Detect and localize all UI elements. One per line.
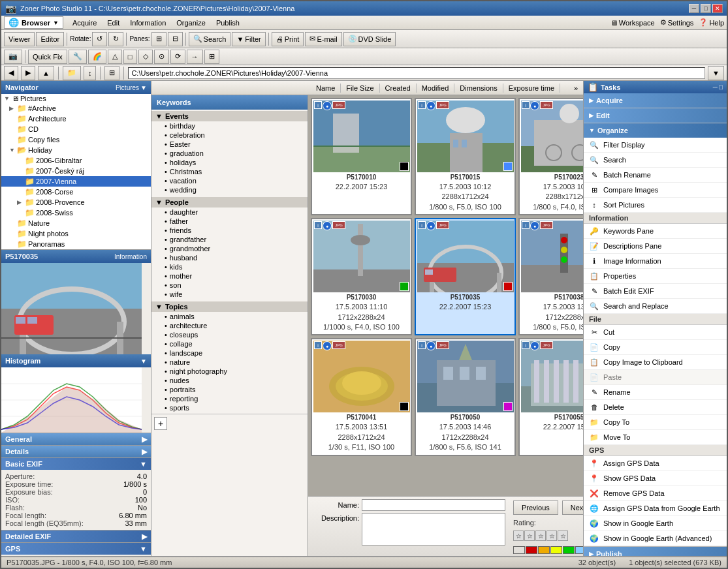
forward-button[interactable]: ▶ xyxy=(21,66,35,80)
task-show-gps[interactable]: 📍 Show GPS Data xyxy=(584,471,727,486)
task-image-information[interactable]: ℹ Image Information xyxy=(584,254,727,269)
menu-settings[interactable]: Settings xyxy=(668,19,694,27)
minimize-button[interactable]: ─ xyxy=(689,4,699,13)
grid-item-P5170015[interactable]: i ● JPG P5170015 17.5.2003 10:12 2 xyxy=(415,98,516,215)
workspace-section[interactable]: 🖥 Workspace xyxy=(610,19,655,27)
tb-extra5[interactable]: ◇ xyxy=(138,50,153,64)
filter-button[interactable]: ▼ Filter xyxy=(232,32,265,46)
kw-animals[interactable]: animals xyxy=(151,312,308,321)
help-section[interactable]: ❓ Help xyxy=(699,18,724,27)
maximize-button[interactable]: □ xyxy=(701,4,711,13)
kw-wife[interactable]: wife xyxy=(151,290,308,299)
label-orange[interactable] xyxy=(538,546,550,554)
task-search-replace[interactable]: 🔍 Search and Replace xyxy=(584,299,727,314)
tree-2008swiss[interactable]: 📁 2008-Swiss xyxy=(1,208,151,218)
label-lightblue[interactable] xyxy=(575,546,583,554)
col-filesize[interactable]: File Size xyxy=(341,84,379,93)
menu-organize[interactable]: Organize xyxy=(171,18,211,28)
quick-fix-button[interactable]: Quick Fix xyxy=(28,50,67,64)
kw-sports[interactable]: sports xyxy=(151,403,308,412)
up-button[interactable]: ▲ xyxy=(38,66,54,80)
tasks-acquire-header[interactable]: ▶ Acquire xyxy=(584,93,727,108)
kw-portraits[interactable]: portraits xyxy=(151,385,308,394)
kw-friends[interactable]: friends xyxy=(151,226,308,235)
path-input[interactable] xyxy=(128,67,705,79)
tree-2007raj[interactable]: 📁 2007-Český ráj xyxy=(1,166,151,176)
tb-extra6[interactable]: ⊙ xyxy=(154,50,169,64)
task-batch-edit-exif[interactable]: ✎ Batch Edit EXIF xyxy=(584,284,727,299)
grid-item-P5170055[interactable]: i ● JPG P5170055 22.2.2007 15:23 xyxy=(518,338,583,455)
tasks-edit-header[interactable]: ▶ Edit xyxy=(584,108,727,123)
task-descriptions-pane[interactable]: 📝 Descriptions Pane xyxy=(584,239,727,254)
kw-nature[interactable]: nature xyxy=(151,358,308,367)
star-1[interactable]: ☆ xyxy=(513,531,524,541)
star-4[interactable]: ☆ xyxy=(546,531,557,541)
label-red[interactable] xyxy=(526,546,537,554)
task-show-google-earth[interactable]: 🌍 Show in Google Earth xyxy=(584,516,727,531)
tree-panoramas[interactable]: 📁 Panoramas xyxy=(1,239,151,249)
task-copy-image-clipboard[interactable]: 📋 Copy Image to Clipboard xyxy=(584,355,727,370)
general-header[interactable]: General ▶ xyxy=(1,433,151,445)
tb-extra9[interactable]: ⊞ xyxy=(204,50,219,64)
grid-item-P5170038[interactable]: i ● JPG P5170038 17.5.2003 13:31 1 xyxy=(518,218,583,335)
people-header[interactable]: ▼ People xyxy=(151,197,308,208)
kw-add-button[interactable]: + xyxy=(154,417,167,430)
menu-acquire[interactable]: Acquire xyxy=(67,18,102,28)
col-exposure[interactable]: Exposure time xyxy=(503,84,560,93)
kw-father[interactable]: father xyxy=(151,217,308,226)
tree-nature[interactable]: 📁 Nature xyxy=(1,218,151,228)
description-textarea[interactable] xyxy=(362,513,505,546)
dvd-button[interactable]: 💿 DVD Slide xyxy=(343,32,396,46)
name-input[interactable] xyxy=(362,499,505,511)
kw-grandfather[interactable]: grandfather xyxy=(151,235,308,244)
task-rename[interactable]: ✎ Rename xyxy=(584,385,727,400)
rotate-right-button[interactable]: ↻ xyxy=(108,32,123,46)
kw-mother[interactable]: mother xyxy=(151,271,308,281)
tree-2008provence[interactable]: ▶ 📁 2008-Provence xyxy=(1,197,151,208)
kw-daughter[interactable]: daughter xyxy=(151,208,308,217)
kw-night-photography[interactable]: night photography xyxy=(151,367,308,376)
task-batch-rename[interactable]: ✎ Batch Rename xyxy=(584,168,727,183)
grid-item-P5170041[interactable]: i ● JPG P5170041 17.5.2003 13:51 2 xyxy=(311,338,412,455)
tree-holiday[interactable]: ▼ 📂 Holiday xyxy=(1,145,151,155)
editor-button[interactable]: Editor xyxy=(36,32,64,46)
task-search[interactable]: 🔍 Search xyxy=(584,153,727,168)
tree-2007vienna[interactable]: 📁 2007-Vienna xyxy=(1,176,151,187)
gps-header[interactable]: GPS ▼ xyxy=(1,543,151,555)
kw-birthday[interactable]: birthday xyxy=(151,121,308,131)
task-compare-images[interactable]: ⊞ Compare Images xyxy=(584,183,727,198)
grid-item-P5170010[interactable]: i ● JPG P5170010 22.2.2007 15:23 xyxy=(311,98,412,215)
folder-view-button[interactable]: 📁 xyxy=(63,66,81,80)
menu-edit[interactable]: Edit xyxy=(102,18,125,28)
kw-kids[interactable]: kids xyxy=(151,262,308,271)
tree-2006[interactable]: 📁 2006-Gibraltar xyxy=(1,155,151,166)
label-yellow[interactable] xyxy=(550,546,562,554)
rating-stars[interactable]: ☆ ☆ ☆ ☆ ☆ xyxy=(513,531,583,541)
kw-celebration[interactable]: celebration xyxy=(151,131,308,140)
path-dropdown-button[interactable]: ▼ xyxy=(708,66,724,80)
task-copy-to[interactable]: 📁 Copy To xyxy=(584,415,727,430)
kw-landscape[interactable]: landscape xyxy=(151,348,308,358)
view-grid-button[interactable]: ⊞ xyxy=(104,66,119,80)
menu-information[interactable]: Information xyxy=(125,18,171,28)
email-button[interactable]: ✉ E-mail xyxy=(305,32,341,46)
task-assign-gps[interactable]: 📍 Assign GPS Data xyxy=(584,456,727,471)
panes-btn1[interactable]: ⊞ xyxy=(151,32,166,46)
star-3[interactable]: ☆ xyxy=(535,531,546,541)
col-dimensions[interactable]: Dimensions xyxy=(454,84,503,93)
browser-dropdown-icon[interactable]: ▼ xyxy=(53,20,59,26)
task-remove-gps[interactable]: ❌ Remove GPS Data xyxy=(584,486,727,501)
tb-extra7[interactable]: ⟳ xyxy=(170,50,185,64)
task-delete[interactable]: 🗑 Delete xyxy=(584,400,727,415)
kw-reporting[interactable]: reporting xyxy=(151,394,308,403)
kw-holidays[interactable]: holidays xyxy=(151,158,308,167)
tasks-organize-header[interactable]: ▼ Organize xyxy=(584,123,727,138)
kw-wedding[interactable]: wedding xyxy=(151,185,308,194)
task-show-google-earth-adv[interactable]: 🌍 Show in Google Earth (Advanced) xyxy=(584,531,727,546)
task-sort-pictures[interactable]: ↕ Sort Pictures xyxy=(584,198,727,213)
rotate-left-button[interactable]: ↺ xyxy=(92,32,107,46)
star-2[interactable]: ☆ xyxy=(524,531,535,541)
kw-husband[interactable]: husband xyxy=(151,253,308,262)
task-move-to[interactable]: 📁 Move To xyxy=(584,430,727,445)
task-assign-gps-google[interactable]: 🌐 Assign GPS Data from Google Earth xyxy=(584,501,727,516)
